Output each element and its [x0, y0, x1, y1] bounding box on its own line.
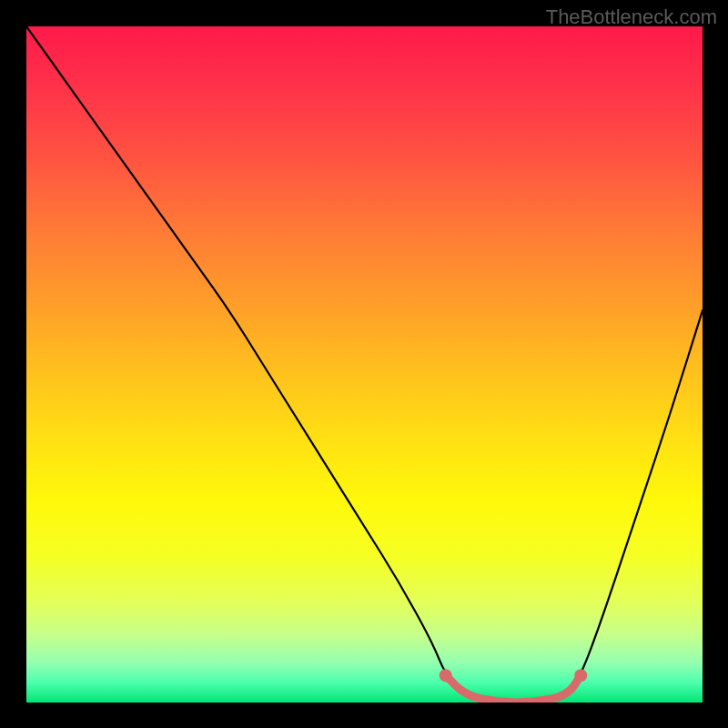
bottleneck-curve-line: [26, 26, 703, 703]
chart-svg: [26, 26, 703, 703]
highlight-dot-left: [440, 669, 452, 682]
highlight-dot-right: [574, 669, 587, 682]
watermark-text: TheBottleneck.com: [546, 5, 717, 29]
highlight-segment-line: [446, 675, 581, 703]
plot-area: [26, 26, 703, 703]
